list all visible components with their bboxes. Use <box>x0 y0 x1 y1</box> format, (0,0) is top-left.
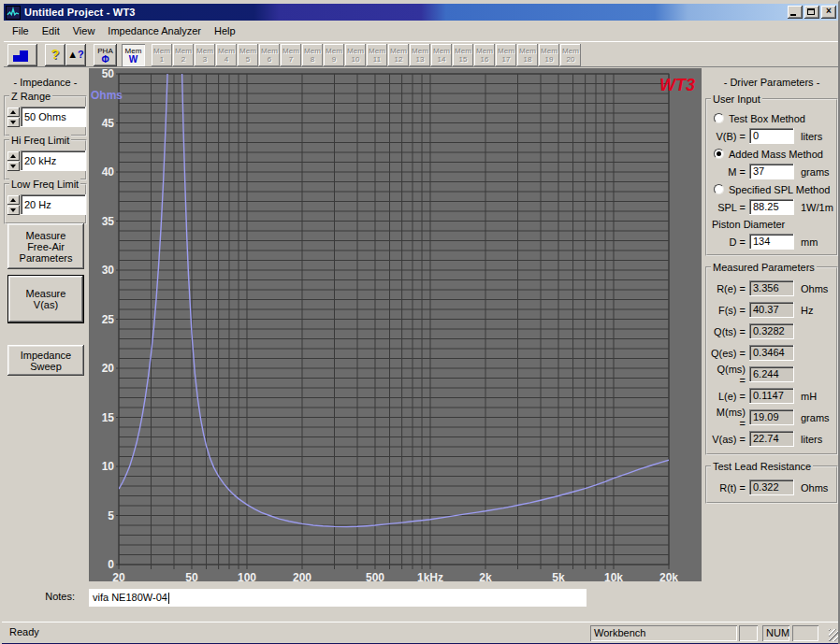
menu-view[interactable]: View <box>66 23 102 38</box>
method-radio-row-0: Test Box Method <box>710 109 833 127</box>
mem-workbench-button[interactable]: Mem W <box>122 44 145 66</box>
unit-label: mH <box>794 391 817 402</box>
sidebar-group-value-field[interactable]: 20 kHz <box>21 150 86 171</box>
value-field[interactable]: 37 <box>749 164 794 179</box>
minimize-button[interactable] <box>788 6 803 19</box>
status-panel-num: NUM <box>762 625 789 641</box>
mem-button-number: 10 <box>345 55 366 64</box>
context-help-button[interactable]: ▲? <box>65 44 86 66</box>
svg-text:500: 500 <box>366 571 384 581</box>
svg-text:1kHz: 1kHz <box>417 571 443 581</box>
radio-button[interactable] <box>714 184 724 194</box>
minimize-icon <box>790 14 796 16</box>
menu-help[interactable]: Help <box>208 23 242 38</box>
mem-button-number: 8 <box>302 55 323 64</box>
resize-grip-icon[interactable] <box>829 629 840 641</box>
mem-13-button: Mem13 <box>410 44 430 66</box>
unit-label: 1W/1m <box>794 202 833 213</box>
right-panel-title: - Driver Parameters - <box>702 67 840 88</box>
measured-label: Q(ts) = <box>710 326 749 337</box>
mem-button-label: Mem <box>324 47 344 55</box>
unit-label: liters <box>794 434 822 445</box>
mem-15-button: Mem15 <box>453 44 473 66</box>
method-field-row-1: M =37grams <box>710 163 833 180</box>
measured-label: R(e) = <box>710 283 749 294</box>
status-ready: Ready <box>9 626 39 637</box>
sidebar-group-0: Z Range50 Ohms <box>4 95 87 136</box>
value-spinner <box>7 151 20 171</box>
field-label: SPL = <box>710 202 749 213</box>
mem-button-label: Mem <box>281 47 301 55</box>
radio-button[interactable] <box>714 149 724 159</box>
measured-label: R(t) = <box>710 482 749 494</box>
field-label: V(B) = <box>710 131 749 142</box>
user-input-label: User Input <box>711 93 762 105</box>
impedance-sweep-button[interactable]: Impedance Sweep <box>7 345 84 376</box>
chart-display-button[interactable] <box>7 44 37 66</box>
close-button[interactable]: × <box>821 6 836 19</box>
notes-input[interactable]: vifa NE180W-04 <box>89 589 587 607</box>
svg-text:0: 0 <box>108 558 114 571</box>
mem-button-number: 3 <box>195 55 215 64</box>
bar-chart-icon <box>9 45 36 65</box>
spin-up-icon[interactable] <box>7 151 20 161</box>
measure-vas-button[interactable]: Measure V(as) <box>8 276 83 322</box>
spin-up-icon[interactable] <box>7 195 20 205</box>
measure-free-air-button[interactable]: Measure Free-Air Parameters <box>7 223 84 269</box>
mem-1-button: Mem1 <box>152 44 172 66</box>
title-bar: Untitled Project - WT3 × <box>4 4 838 21</box>
spin-down-icon[interactable] <box>7 162 20 171</box>
value-field[interactable]: 134 <box>749 234 794 250</box>
sidebar-group-2: Low Freq Limit20 Hz <box>4 183 87 224</box>
unit-label: grams <box>794 166 830 178</box>
radio-label: Specified SPL Method <box>729 184 830 195</box>
menu-file[interactable]: File <box>6 23 36 38</box>
mem-14-button: Mem14 <box>431 44 452 66</box>
impedance-sidebar: - Impedance - Z Range50 OhmsHi Freq Limi… <box>2 67 89 581</box>
svg-text:20: 20 <box>112 571 125 581</box>
mem-10-button: Mem10 <box>345 44 366 66</box>
question-icon: ? <box>78 49 84 60</box>
measured-value-field: 19.09 <box>749 409 794 425</box>
maximize-button[interactable] <box>804 6 819 19</box>
svg-text:100: 100 <box>238 571 256 581</box>
radio-button[interactable] <box>714 113 724 123</box>
sidebar-group-label: Hi Freq Limit <box>9 135 71 146</box>
impedance-chart: 0510152025303540455020501002005001kHz2k5… <box>89 68 702 581</box>
mem-6-button: Mem6 <box>259 44 280 66</box>
mem-button-label: Mem <box>453 47 473 55</box>
measured-value-field: 0.3464 <box>749 345 794 361</box>
measured-value-field: 0.1147 <box>749 388 794 404</box>
value-field[interactable]: 0 <box>749 128 794 144</box>
mem-button-label: Mem <box>496 47 516 55</box>
mem-button-number: 20 <box>560 55 581 64</box>
mem-button-number: 12 <box>388 55 409 64</box>
spin-up-icon[interactable] <box>7 107 20 117</box>
svg-text:40: 40 <box>102 165 115 179</box>
mem-button-number: 6 <box>259 55 280 64</box>
mem-button-label: Mem <box>173 47 194 55</box>
test-lead-group: Test Lead Resistance R(t) =0.322Ohms <box>705 465 838 504</box>
measured-label: M(ms) = <box>710 407 749 429</box>
mem-4-button: Mem4 <box>216 44 237 66</box>
mem-button-label: Mem <box>388 47 409 55</box>
mem-button-label: Mem <box>345 47 366 55</box>
value-spinner <box>7 195 20 215</box>
measured-rows: R(e) =3.356OhmsF(s) =40.37HzQ(ts) =0.328… <box>710 278 833 450</box>
phi-icon: Φ <box>94 55 117 64</box>
menu-edit[interactable]: Edit <box>36 23 66 38</box>
app-icon <box>6 6 21 20</box>
spin-down-icon[interactable] <box>7 206 20 215</box>
spin-down-icon[interactable] <box>7 118 20 127</box>
value-field[interactable]: 88.25 <box>749 199 794 215</box>
sidebar-group-value-field[interactable]: 20 Hz <box>21 194 86 215</box>
mem-button-label: Mem <box>431 47 452 55</box>
help-button[interactable]: ? <box>45 44 65 66</box>
svg-text:2k: 2k <box>479 571 492 581</box>
sidebar-group-value-field[interactable]: 50 Ohms <box>21 107 86 127</box>
measured-row: Q(ts) =0.3282 <box>710 321 833 342</box>
mem-button-label: Mem <box>195 47 215 55</box>
menu-impedance-analyzer[interactable]: Impedance Analyzer <box>101 23 208 38</box>
status-panel-blank-3 <box>792 625 818 641</box>
phase-button[interactable]: PHA Φ <box>94 44 117 66</box>
